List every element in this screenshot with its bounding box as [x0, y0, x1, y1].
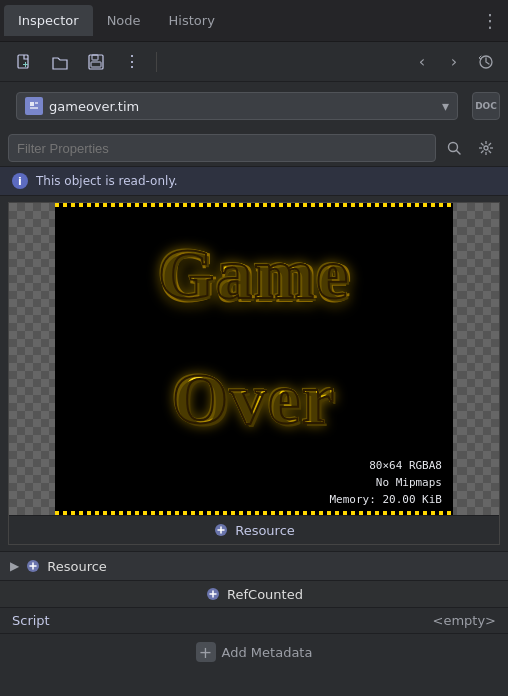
resource-section-arrow: ▶ — [10, 559, 19, 573]
info-icon: i — [12, 173, 28, 189]
nav-forward-button[interactable]: › — [440, 48, 468, 76]
tab-bar: Inspector Node History ⋮ — [0, 0, 508, 42]
resource-section-icon-small — [213, 522, 229, 538]
script-property-row: Script <empty> — [0, 608, 508, 634]
resource-section-header[interactable]: ▶ Resource — [0, 551, 508, 581]
image-preview-outer: Game Over 80×64 RGBA8 No Mipmaps Memory:… — [8, 202, 500, 545]
info-message: This object is read-only. — [36, 174, 178, 188]
filter-row — [0, 130, 508, 167]
checker-background: Game Over 80×64 RGBA8 No Mipmaps Memory:… — [9, 203, 499, 515]
script-property-value[interactable]: <empty> — [433, 613, 497, 628]
overlay-mipmaps: No Mipmaps — [371, 475, 447, 490]
file-type-icon — [25, 97, 43, 115]
tab-inspector[interactable]: Inspector — [4, 5, 93, 36]
filter-settings-icon[interactable] — [472, 134, 500, 162]
file-chevron-icon: ▾ — [442, 98, 449, 114]
tab-menu-button[interactable]: ⋮ — [476, 7, 504, 35]
image-section-footer: Resource — [9, 515, 499, 544]
toolbar-right: ‹ › — [408, 48, 500, 76]
script-property-label: Script — [12, 613, 433, 628]
refcounted-section-title: RefCounted — [227, 587, 303, 602]
info-bar: i This object is read-only. — [0, 167, 508, 196]
add-metadata-label: Add Metadata — [222, 645, 313, 660]
new-file-button[interactable] — [8, 47, 40, 77]
filter-search-icon[interactable] — [440, 134, 468, 162]
object-history-icon — [477, 53, 495, 71]
svg-point-11 — [484, 146, 488, 150]
object-history-button[interactable] — [472, 48, 500, 76]
svg-rect-6 — [30, 102, 34, 106]
over-text: Over — [172, 358, 336, 441]
svg-line-19 — [481, 151, 484, 154]
resource-section-title: Resource — [47, 559, 107, 574]
svg-rect-7 — [35, 102, 38, 104]
overlay-dimensions: 80×64 RGBA8 — [364, 458, 447, 473]
add-metadata-row[interactable]: + Add Metadata — [0, 634, 508, 670]
save-file-icon — [87, 53, 105, 71]
filter-input[interactable] — [8, 134, 436, 162]
pixel-border-bottom — [55, 511, 453, 515]
image-overlay: 80×64 RGBA8 No Mipmaps Memory: 20.00 KiB — [324, 458, 447, 507]
svg-line-18 — [489, 143, 492, 146]
open-file-button[interactable] — [44, 47, 76, 77]
tab-node[interactable]: Node — [93, 5, 155, 36]
refcounted-subsection[interactable]: RefCounted — [0, 581, 508, 608]
svg-rect-2 — [92, 55, 98, 60]
toolbar: ⋮ ‹ › — [0, 42, 508, 82]
resource-icon — [25, 558, 41, 574]
svg-line-17 — [489, 151, 492, 154]
open-file-icon — [51, 53, 69, 71]
more-options-button[interactable]: ⋮ — [116, 47, 148, 77]
game-text: Game — [158, 233, 350, 316]
nav-back-button[interactable]: ‹ — [408, 48, 436, 76]
overlay-memory: Memory: 20.00 KiB — [324, 492, 447, 507]
gameover-art: Game Over 80×64 RGBA8 No Mipmaps Memory:… — [55, 203, 453, 515]
save-file-button[interactable] — [80, 47, 112, 77]
left-checker — [9, 203, 49, 515]
refcounted-icon — [205, 586, 221, 602]
image-canvas[interactable]: Game Over 80×64 RGBA8 No Mipmaps Memory:… — [55, 203, 453, 515]
right-checker — [459, 203, 499, 515]
file-selector[interactable]: gameover.tim ▾ — [16, 92, 458, 120]
file-selector-row: gameover.tim ▾ DOC — [0, 82, 508, 130]
svg-rect-8 — [30, 107, 38, 109]
add-metadata-icon: + — [196, 642, 216, 662]
svg-rect-3 — [91, 62, 101, 67]
resource-footer-label: Resource — [235, 523, 295, 538]
new-file-icon — [15, 53, 33, 71]
tab-history[interactable]: History — [155, 5, 229, 36]
svg-line-10 — [457, 151, 461, 155]
file-name-label: gameover.tim — [49, 99, 436, 114]
toolbar-separator — [156, 52, 157, 72]
image-preview-container: Game Over 80×64 RGBA8 No Mipmaps Memory:… — [0, 196, 508, 551]
pixel-border-top — [55, 203, 453, 207]
file-doc-button[interactable]: DOC — [472, 92, 500, 120]
svg-rect-0 — [18, 55, 28, 68]
svg-line-16 — [481, 143, 484, 146]
